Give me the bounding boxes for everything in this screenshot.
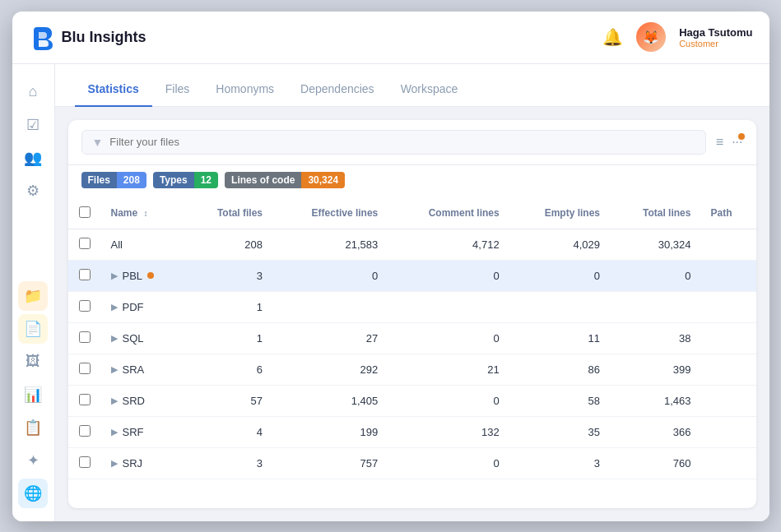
row-checkbox[interactable] bbox=[79, 300, 91, 312]
row-checkbox[interactable] bbox=[79, 331, 91, 343]
expand-arrow-icon[interactable]: ▶ bbox=[111, 271, 118, 281]
expand-arrow-icon[interactable]: ▶ bbox=[111, 427, 118, 437]
cell-effective-lines: 199 bbox=[272, 416, 388, 447]
tab-homonyms[interactable]: Homonyms bbox=[202, 72, 287, 107]
cell-total-lines bbox=[610, 291, 700, 322]
cell-effective-lines: 1,405 bbox=[272, 385, 388, 416]
avatar: 🦊 bbox=[636, 22, 666, 52]
filter-input[interactable] bbox=[109, 136, 695, 148]
grid-icon[interactable]: 📊 bbox=[18, 380, 48, 409]
cell-empty-lines: 58 bbox=[509, 385, 610, 416]
cell-total-lines: 0 bbox=[610, 260, 700, 291]
row-name: SRF bbox=[123, 426, 144, 438]
row-checkbox[interactable] bbox=[79, 425, 91, 437]
app-logo-icon bbox=[29, 24, 55, 50]
settings-icon[interactable]: ⚙ bbox=[18, 176, 48, 206]
cell-comment-lines: 132 bbox=[388, 416, 509, 447]
cell-empty-lines bbox=[509, 291, 610, 322]
tab-dependencies[interactable]: Dependencies bbox=[287, 72, 388, 107]
cell-empty-lines: 4,029 bbox=[509, 229, 610, 260]
app-name: Blu Insights bbox=[62, 29, 146, 46]
filter-input-wrap[interactable]: ▼ bbox=[81, 130, 706, 155]
header-effective-lines: Effective lines bbox=[272, 198, 388, 229]
cell-total-lines: 399 bbox=[610, 354, 700, 385]
app-window: Blu Insights 🔔 🦊 Haga Tsutomu Customer ⌂… bbox=[12, 12, 769, 521]
more-options-icon[interactable]: ··· bbox=[732, 135, 742, 150]
logo-area: Blu Insights bbox=[29, 24, 603, 50]
cell-empty-lines: 11 bbox=[509, 322, 610, 354]
expand-arrow-icon[interactable]: ▶ bbox=[111, 396, 118, 406]
cell-empty-lines: 35 bbox=[509, 416, 610, 447]
header-total-lines: Total lines bbox=[610, 198, 700, 229]
types-badge-value: 12 bbox=[194, 172, 218, 188]
warning-dot bbox=[147, 272, 154, 279]
row-checkbox[interactable] bbox=[79, 363, 91, 374]
cell-empty-lines: 86 bbox=[509, 354, 610, 385]
check-icon[interactable]: ☑ bbox=[18, 110, 48, 140]
cell-total-lines: 366 bbox=[610, 416, 700, 447]
notification-dot bbox=[738, 133, 745, 140]
sort-lines-icon[interactable]: ≡ bbox=[716, 135, 723, 150]
cell-path bbox=[700, 354, 755, 385]
cell-effective-lines: 757 bbox=[272, 447, 388, 479]
filter-right-icons: ≡ ··· bbox=[716, 135, 743, 150]
sidebar-bottom-icons: 🌐 bbox=[18, 479, 48, 508]
cell-path bbox=[700, 385, 755, 416]
cell-effective-lines: 21,583 bbox=[272, 229, 388, 260]
cell-total-lines: 760 bbox=[610, 447, 700, 479]
cell-path bbox=[700, 416, 755, 447]
cell-effective-lines: 0 bbox=[272, 260, 388, 291]
loc-badge-value: 30,324 bbox=[301, 172, 345, 188]
table-row: All20821,5834,7124,02930,324 bbox=[68, 229, 756, 260]
row-checkbox[interactable] bbox=[79, 269, 91, 280]
image-icon[interactable]: 🖼 bbox=[18, 347, 48, 377]
cell-total-files: 3 bbox=[185, 447, 272, 479]
expand-arrow-icon[interactable]: ▶ bbox=[111, 333, 118, 344]
row-checkbox[interactable] bbox=[79, 238, 91, 249]
row-name: SRA bbox=[123, 363, 145, 376]
cell-path bbox=[700, 322, 755, 354]
row-checkbox[interactable] bbox=[79, 456, 91, 468]
cell-comment-lines: 4,712 bbox=[388, 229, 509, 260]
cell-total-files: 57 bbox=[185, 385, 272, 416]
tab-files[interactable]: Files bbox=[152, 72, 203, 107]
folder-icon[interactable]: 📁 bbox=[18, 281, 48, 311]
group-icon[interactable]: 👥 bbox=[18, 143, 48, 173]
table-row: ▶SQL12701138 bbox=[68, 322, 756, 354]
cell-total-files: 208 bbox=[185, 229, 272, 260]
user-role: Customer bbox=[679, 39, 718, 49]
content-area: Statistics Files Homonyms Dependencies W… bbox=[55, 64, 769, 521]
cell-total-files: 4 bbox=[185, 416, 272, 447]
compass-icon[interactable]: ✦ bbox=[18, 446, 48, 475]
loc-badge[interactable]: Lines of code 30,324 bbox=[225, 172, 345, 188]
tab-workspace[interactable]: Workspace bbox=[388, 72, 472, 107]
header-total-files: Total files bbox=[185, 198, 272, 229]
table-row: ▶PBL30000 bbox=[68, 260, 756, 291]
files-badge-label: Files bbox=[81, 172, 117, 188]
notification-bell-icon[interactable]: 🔔 bbox=[602, 27, 623, 47]
files-badge[interactable]: Files 208 bbox=[81, 172, 146, 188]
cell-total-files: 6 bbox=[185, 354, 272, 385]
header-row: Name ↕ Total files Effective lines Comme… bbox=[68, 198, 756, 229]
select-all-checkbox[interactable] bbox=[79, 206, 91, 218]
cell-total-lines: 1,463 bbox=[610, 385, 700, 416]
types-badge[interactable]: Types 12 bbox=[153, 172, 218, 188]
app-header: Blu Insights 🔔 🦊 Haga Tsutomu Customer bbox=[12, 12, 769, 64]
report-icon[interactable]: 📋 bbox=[18, 413, 48, 442]
document-icon[interactable]: 📄 bbox=[18, 314, 48, 344]
expand-arrow-icon[interactable]: ▶ bbox=[111, 364, 118, 375]
expand-arrow-icon[interactable]: ▶ bbox=[111, 302, 118, 312]
row-name: SRJ bbox=[123, 457, 143, 470]
row-checkbox[interactable] bbox=[79, 394, 91, 405]
home-icon[interactable]: ⌂ bbox=[18, 77, 48, 107]
expand-arrow-icon[interactable]: ▶ bbox=[111, 458, 118, 469]
tab-statistics[interactable]: Statistics bbox=[75, 72, 152, 107]
cell-comment-lines: 0 bbox=[388, 322, 509, 354]
user-info: Haga Tsutomu Customer bbox=[679, 26, 752, 49]
main-layout: ⌂ ☑ 👥 ⚙ 📁 📄 🖼 📊 📋 ✦ 🌐 Statistics bbox=[12, 64, 769, 521]
row-name: All bbox=[111, 238, 123, 251]
table-area: ▼ ≡ ··· Files 208 bbox=[68, 120, 756, 508]
globe-icon[interactable]: 🌐 bbox=[18, 479, 48, 508]
table-row: ▶PDF1 bbox=[68, 291, 756, 322]
sort-icon[interactable]: ↕ bbox=[144, 209, 148, 218]
